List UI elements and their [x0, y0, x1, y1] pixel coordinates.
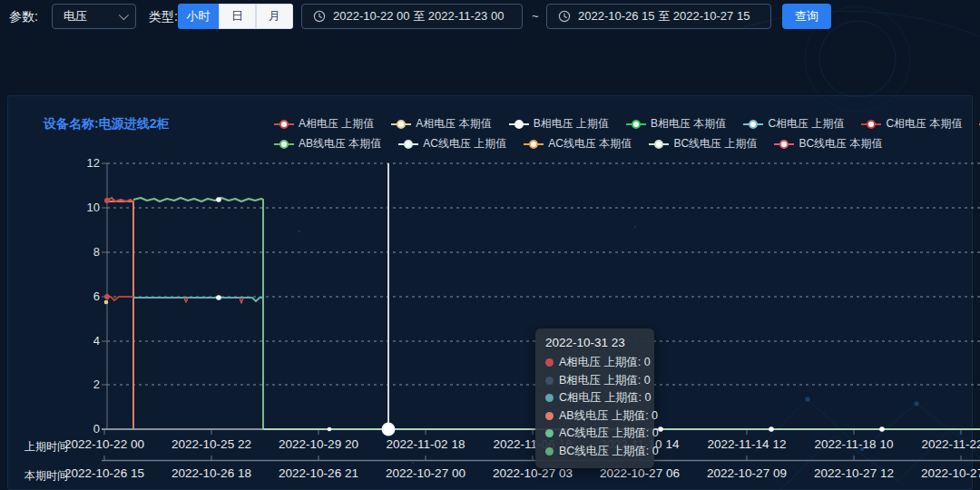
tooltip-row: AB线电压 上期值: 0: [545, 407, 644, 426]
series-color-dot: [545, 377, 554, 385]
tooltip-title: 2022-10-31 23: [545, 336, 644, 349]
x-tick-label: 2022-10-27 06: [584, 466, 695, 480]
series-color-dot: [545, 412, 554, 420]
x-tick-label: 2022-10-27 12: [799, 466, 909, 480]
tooltip-row: A相电压 上期值: 0: [545, 354, 644, 372]
x-tick-label: 2022-10-27 00: [370, 466, 481, 480]
tooltip-row: BC线电压 上期值: 0: [545, 443, 644, 461]
x-tick-label: 2022-11-18 10: [799, 437, 909, 451]
series-line-b-curr: [133, 198, 263, 429]
series-color-dot: [545, 394, 554, 402]
tooltip-row: B相电压 上期值: 0: [545, 372, 644, 390]
tooltip-row: AC线电压 上期值: 0: [545, 425, 644, 443]
series-color-dot: [545, 358, 554, 367]
x-tick-label: 2022-11-14 12: [691, 437, 802, 451]
x-tick-label: 2022-10-26 15: [49, 466, 160, 480]
data-point-markers: [104, 197, 885, 435]
y-tick-label: 4: [73, 334, 100, 348]
series-color-dot: [545, 429, 554, 437]
x-tick-label: 2022-11-02 18: [370, 437, 481, 451]
x-tick-label: 2022-10-27 15: [906, 466, 980, 480]
x-tick-label: 2022-10-26 21: [263, 466, 374, 480]
x-tick-label: 2022-10-25 22: [156, 437, 267, 451]
series-color-dot: [545, 447, 554, 456]
x-tick-label: 2022-10-22 00: [49, 437, 160, 451]
x-tick-label: 2022-10-27 09: [691, 466, 802, 480]
series-line-ab-prev: [107, 201, 133, 429]
y-tick-label: 12: [73, 156, 100, 170]
crosshair-point: [383, 424, 395, 436]
x-tick-label: 2022-10-29 20: [263, 437, 374, 451]
chart-tooltip: 2022-10-31 23 A相电压 上期值: 0 B相电压 上期值: 0 C相…: [535, 328, 654, 468]
x-tick-label: 2022-10-26 18: [156, 466, 267, 480]
y-tick-label: 6: [73, 289, 100, 303]
tooltip-row: C相电压 上期值: 0: [545, 389, 644, 407]
series-line-a-prev-low: [107, 297, 133, 300]
y-tick-label: 0: [73, 422, 100, 436]
x-tick-label: 2022-10-27 03: [477, 466, 588, 480]
y-tick-label: 8: [73, 245, 100, 259]
y-tick-label: 10: [73, 201, 100, 214]
x-tick-label: 2022-11-22 08: [906, 437, 980, 451]
chart-canvas[interactable]: [0, 0, 980, 490]
y-tick-label: 2: [73, 377, 100, 391]
